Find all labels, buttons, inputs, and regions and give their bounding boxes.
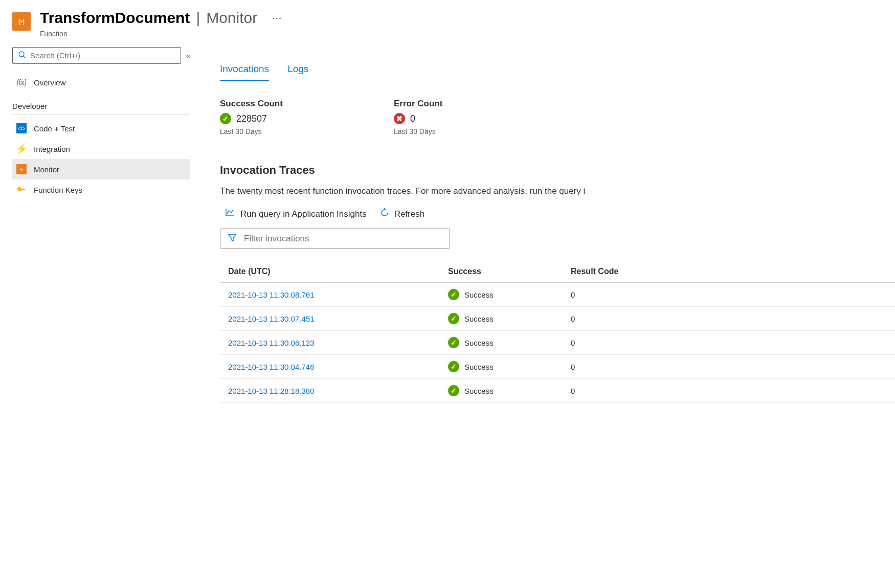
check-icon: ✓: [448, 385, 459, 396]
page-subtitle: Function: [40, 30, 883, 38]
refresh-icon: [380, 208, 389, 220]
code-icon: </>: [16, 123, 27, 133]
table-row: 2021-10-13 11:30:06.123✓Success0: [220, 331, 895, 355]
main-content: Invocations Logs Success Count ✓ 228507 …: [199, 43, 895, 403]
invocation-link[interactable]: 2021-10-13 11:30:07.451: [228, 314, 314, 323]
function-app-icon: (•): [12, 12, 31, 31]
nav-label: Function Keys: [34, 186, 82, 194]
search-box[interactable]: [12, 47, 181, 64]
cell-date: 2021-10-13 11:28:18.380: [220, 379, 440, 403]
tab-invocations[interactable]: Invocations: [220, 63, 269, 81]
table-row: 2021-10-13 11:28:18.380✓Success0: [220, 379, 895, 403]
table-row: 2021-10-13 11:30:07.451✓Success0: [220, 307, 895, 331]
stat-value: 228507: [236, 114, 267, 124]
filter-icon: [228, 233, 237, 244]
stat-success: Success Count ✓ 228507 Last 30 Days: [220, 99, 332, 135]
page-header: (•) TransformDocument | Monitor ⋯ Functi…: [0, 0, 895, 43]
search-icon: [18, 51, 26, 60]
action-label: Run query in Application Insights: [240, 209, 367, 219]
lightning-icon: ⚡: [16, 144, 27, 154]
check-icon: ✓: [448, 289, 459, 300]
check-icon: ✓: [448, 361, 459, 372]
monitor-icon: ∿: [16, 164, 27, 174]
cell-date: 2021-10-13 11:30:08.761: [220, 283, 440, 307]
stat-label: Error Count: [394, 99, 506, 109]
cell-result: 0: [563, 331, 895, 355]
action-label: Refresh: [394, 209, 425, 219]
cell-result: 0: [563, 307, 895, 331]
cell-success: ✓Success: [440, 355, 563, 379]
check-icon: ✓: [220, 113, 231, 124]
check-icon: ✓: [448, 337, 459, 348]
check-icon: ✓: [448, 313, 459, 324]
error-icon: ✖: [394, 113, 405, 124]
cell-date: 2021-10-13 11:30:04.746: [220, 355, 440, 379]
stat-period: Last 30 Days: [394, 127, 506, 135]
nav-integration[interactable]: ⚡ Integration: [12, 139, 190, 159]
invocation-link[interactable]: 2021-10-13 11:28:18.380: [228, 387, 314, 395]
svg-point-2: [19, 52, 24, 57]
cell-success: ✓Success: [440, 283, 563, 307]
invocations-table: Date (UTC) Success Result Code 2021-10-1…: [220, 261, 895, 403]
cell-date: 2021-10-13 11:30:06.123: [220, 331, 440, 355]
col-header-date[interactable]: Date (UTC): [220, 261, 440, 283]
table-row: 2021-10-13 11:30:04.746✓Success0: [220, 355, 895, 379]
tabs: Invocations Logs: [220, 63, 895, 81]
svg-text:(•): (•): [18, 18, 25, 25]
search-input[interactable]: [30, 51, 175, 60]
invocation-link[interactable]: 2021-10-13 11:30:08.761: [228, 290, 314, 299]
title-separator: |: [196, 9, 200, 27]
cell-date: 2021-10-13 11:30:07.451: [220, 307, 440, 331]
stat-error: Error Count ✖ 0 Last 30 Days: [394, 99, 506, 135]
more-icon[interactable]: ⋯: [272, 12, 282, 24]
cell-result: 0: [563, 355, 895, 379]
tab-logs[interactable]: Logs: [287, 63, 308, 81]
sidebar: « {fx} Overview Developer </> Code + Tes…: [0, 43, 199, 403]
nav-monitor[interactable]: ∿ Monitor: [12, 159, 190, 179]
cell-result: 0: [563, 379, 895, 403]
traces-title: Invocation Traces: [220, 164, 895, 177]
run-query-button[interactable]: Run query in Application Insights: [225, 208, 367, 220]
stat-period: Last 30 Days: [220, 127, 332, 135]
nav-function-keys[interactable]: 🔑︎ Function Keys: [12, 179, 190, 200]
svg-line-3: [24, 56, 26, 58]
nav-overview[interactable]: {fx} Overview: [12, 72, 190, 93]
table-row: 2021-10-13 11:30:08.761✓Success0: [220, 283, 895, 307]
col-header-success[interactable]: Success: [440, 261, 563, 283]
nav-label: Code + Test: [34, 124, 75, 133]
section-developer: Developer: [12, 93, 190, 115]
nav-label: Integration: [34, 145, 70, 153]
stats-row: Success Count ✓ 228507 Last 30 Days Erro…: [220, 99, 895, 148]
stat-value: 0: [410, 114, 415, 124]
chart-icon: [225, 208, 235, 220]
page-title: TransformDocument: [40, 9, 190, 27]
cell-success: ✓Success: [440, 379, 563, 403]
stat-label: Success Count: [220, 99, 332, 109]
invocation-link[interactable]: 2021-10-13 11:30:06.123: [228, 338, 314, 347]
refresh-button[interactable]: Refresh: [380, 208, 425, 220]
nav-code-test[interactable]: </> Code + Test: [12, 118, 190, 139]
filter-box[interactable]: [220, 229, 450, 248]
key-icon: 🔑︎: [16, 185, 27, 195]
nav-label: Overview: [34, 78, 66, 87]
nav-label: Monitor: [34, 165, 59, 174]
col-header-result[interactable]: Result Code: [563, 261, 895, 283]
fx-icon: {fx}: [16, 77, 27, 87]
cell-success: ✓Success: [440, 307, 563, 331]
traces-description: The twenty most recent function invocati…: [220, 186, 895, 196]
svg-marker-4: [229, 235, 236, 241]
filter-input[interactable]: [244, 234, 442, 244]
invocation-link[interactable]: 2021-10-13 11:30:04.746: [228, 363, 314, 371]
page-section: Monitor: [206, 9, 257, 27]
cell-result: 0: [563, 283, 895, 307]
cell-success: ✓Success: [440, 331, 563, 355]
collapse-icon[interactable]: «: [186, 51, 190, 60]
